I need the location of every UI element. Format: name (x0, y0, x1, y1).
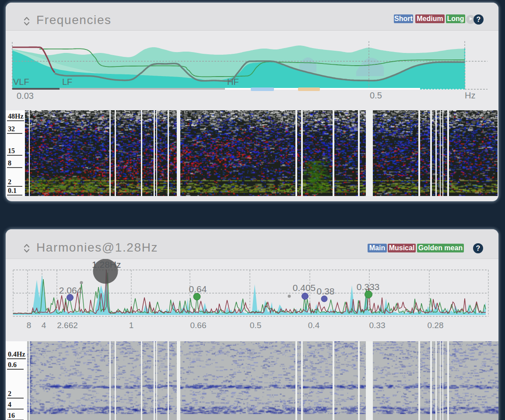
svg-text:0.66: 0.66 (190, 321, 207, 330)
svg-text:4: 4 (42, 321, 46, 330)
svg-text:0.64: 0.64 (189, 284, 207, 294)
svg-text:0.33: 0.33 (369, 321, 386, 330)
svg-text:LF: LF (62, 77, 72, 87)
svg-text:0.4: 0.4 (308, 321, 320, 330)
svg-text:2.662: 2.662 (57, 321, 78, 330)
svg-text:0.38: 0.38 (317, 286, 335, 296)
svg-text:0.03: 0.03 (17, 91, 34, 101)
svg-text:0.5: 0.5 (250, 321, 261, 330)
svg-text:Hz: Hz (465, 91, 475, 100)
svg-text:0.405: 0.405 (293, 283, 316, 293)
svg-text:0.28: 0.28 (428, 321, 444, 330)
svg-text:0.5: 0.5 (370, 91, 382, 100)
svg-text:2.064: 2.064 (59, 285, 82, 295)
svg-text:HF: HF (227, 77, 239, 87)
svg-text:8: 8 (27, 321, 32, 330)
svg-text:0.333: 0.333 (357, 282, 380, 292)
svg-text:VLF: VLF (13, 77, 29, 87)
svg-text:1: 1 (129, 321, 134, 330)
svg-text:1.28Hz: 1.28Hz (92, 259, 121, 270)
